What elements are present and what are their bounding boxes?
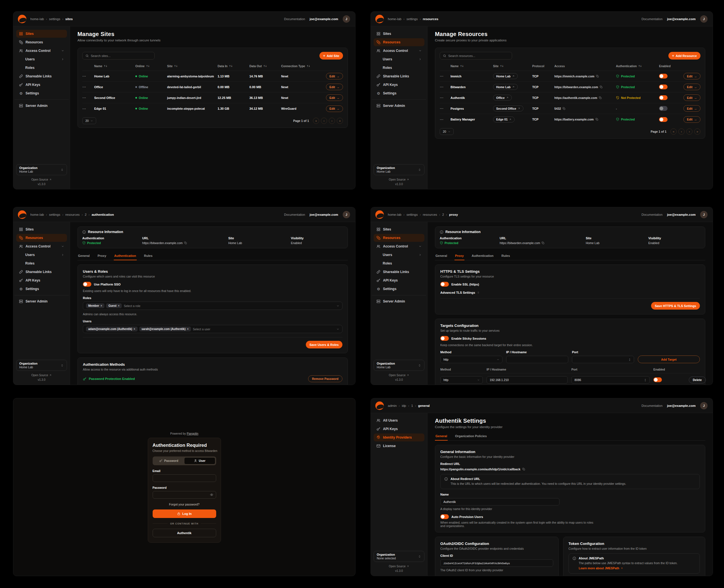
- copy-icon[interactable]: [542, 241, 544, 245]
- sort-icon[interactable]: ↑↓: [306, 65, 310, 67]
- method-select[interactable]: http: [440, 356, 502, 363]
- user-email[interactable]: joe@example.com: [309, 17, 338, 21]
- pangolin-logo-icon[interactable]: [375, 15, 384, 23]
- save-https-tls-button[interactable]: Save HTTPS & TLS Settings: [651, 302, 700, 310]
- advanced-tls-settings[interactable]: Advanced TLS Settings: [440, 291, 700, 294]
- sidebar-item[interactable]: Resources: [16, 38, 67, 46]
- method-select[interactable]: http: [440, 376, 483, 384]
- edit-button[interactable]: Edit→: [326, 94, 343, 101]
- tab[interactable]: General: [77, 253, 90, 260]
- client-id-input[interactable]: [440, 559, 553, 567]
- sort-icon[interactable]: ↑↓: [638, 65, 642, 67]
- row-menu-icon[interactable]: ⋯: [440, 85, 444, 89]
- row-menu-icon[interactable]: ⋯: [440, 118, 444, 122]
- row-menu-icon[interactable]: ⋯: [82, 74, 86, 78]
- open-source-link[interactable]: Open Source: [389, 565, 409, 568]
- site-link[interactable]: Second Office: [493, 105, 523, 111]
- sidebar-item[interactable]: Sites: [374, 225, 424, 233]
- first-page-button[interactable]: «: [313, 118, 319, 124]
- search-input[interactable]: [440, 52, 512, 60]
- user-avatar[interactable]: J: [700, 402, 707, 410]
- tab[interactable]: Proxy: [455, 253, 464, 260]
- sidebar-item[interactable]: Resources: [374, 38, 424, 46]
- user-avatar[interactable]: J: [700, 211, 707, 218]
- row-menu-icon[interactable]: ⋯: [440, 96, 444, 100]
- users-select[interactable]: adam@example.com (Authentik)×sarah@examp…: [83, 325, 342, 333]
- breadcrumb-item[interactable]: home-lab: [388, 213, 406, 216]
- pangolin-logo-icon[interactable]: [375, 401, 384, 410]
- login-button[interactable]: Log In: [153, 509, 216, 518]
- breadcrumb-item[interactable]: 1: [411, 404, 418, 407]
- pangolin-logo-icon[interactable]: [18, 210, 26, 219]
- row-menu-icon[interactable]: ⋯: [440, 106, 444, 110]
- tab[interactable]: Authentication: [114, 253, 137, 260]
- breadcrumb-item[interactable]: home-lab: [388, 17, 406, 21]
- sidebar-item[interactable]: Roles: [16, 259, 67, 267]
- enabled-toggle[interactable]: [659, 74, 667, 79]
- sidebar-item[interactable]: Access Control: [16, 243, 67, 250]
- open-source-link[interactable]: Open Source: [32, 374, 52, 377]
- edit-button[interactable]: Edit→: [326, 73, 343, 79]
- sort-icon[interactable]: ↑↓: [460, 65, 464, 67]
- tab[interactable]: Rules: [144, 253, 153, 260]
- organization-selector[interactable]: OrganizationHome Lab: [16, 360, 67, 371]
- copy-icon[interactable]: [600, 86, 603, 88]
- roles-select[interactable]: Member×Guest× Select a role: [83, 302, 342, 310]
- remove-password-button[interactable]: Remove Password: [308, 375, 342, 382]
- role-chip[interactable]: Member×: [86, 303, 104, 308]
- documentation-link[interactable]: Documentation: [641, 404, 662, 407]
- sidebar-item[interactable]: API Keys: [374, 276, 424, 285]
- open-source-link[interactable]: Open Source: [32, 178, 52, 181]
- sidebar-item[interactable]: Roles: [16, 64, 67, 72]
- sidebar-item[interactable]: API Keys: [16, 276, 67, 285]
- next-page-button[interactable]: ›: [686, 128, 692, 135]
- enabled-toggle[interactable]: [659, 106, 667, 111]
- documentation-link[interactable]: Documentation: [284, 17, 305, 21]
- row-menu-icon[interactable]: ⋯: [82, 85, 86, 89]
- sidebar-item[interactable]: Sites: [16, 225, 67, 233]
- site-link[interactable]: Home Lab: [493, 84, 518, 90]
- page-size-select[interactable]: 20: [82, 118, 96, 124]
- edit-button[interactable]: Edit→: [683, 94, 701, 101]
- sidebar-item[interactable]: Users: [374, 251, 424, 259]
- sidebar-item[interactable]: ⚙ Settings: [16, 285, 67, 293]
- edit-button[interactable]: Edit→: [326, 105, 343, 112]
- jmespath-docs-link[interactable]: Learn more about JMESPath: [579, 566, 623, 570]
- port-input[interactable]: ∧∨: [572, 356, 634, 363]
- add-site-button[interactable]: +Add Site: [319, 52, 343, 60]
- sort-icon[interactable]: ↑↓: [146, 65, 149, 67]
- row-menu-icon[interactable]: ⋯: [82, 107, 86, 111]
- sticky-sessions-toggle[interactable]: [440, 336, 449, 341]
- page-size-select[interactable]: 20: [440, 128, 454, 135]
- edit-button[interactable]: Edit→: [683, 105, 701, 112]
- breadcrumb-item[interactable]: home-lab: [31, 17, 49, 21]
- organization-selector[interactable]: OrganizationHome Lab: [374, 360, 424, 371]
- pangolin-logo-icon[interactable]: [375, 210, 384, 219]
- edit-button[interactable]: Edit→: [683, 73, 701, 79]
- stepper-icon[interactable]: ∧∨: [644, 379, 647, 381]
- remove-chip-icon[interactable]: ×: [118, 304, 120, 307]
- sidebar-item[interactable]: Roles: [374, 64, 424, 72]
- tab[interactable]: Proxy: [97, 253, 107, 260]
- user-avatar[interactable]: J: [343, 15, 350, 23]
- sidebar-item[interactable]: Server Admin: [374, 102, 424, 110]
- last-page-button[interactable]: »: [337, 118, 343, 124]
- sidebar-item[interactable]: ⚙ Settings: [374, 285, 424, 293]
- remove-chip-icon[interactable]: ×: [100, 304, 102, 307]
- copy-icon[interactable]: [596, 75, 599, 78]
- breadcrumb-item[interactable]: settings: [406, 17, 423, 21]
- sidebar-item[interactable]: ⚙ Settings: [374, 89, 424, 97]
- breadcrumb-item[interactable]: home-lab: [31, 213, 49, 216]
- name-input[interactable]: [440, 498, 560, 505]
- search-input[interactable]: [82, 52, 155, 60]
- user-email[interactable]: joe@example.com: [309, 213, 338, 216]
- sidebar-item[interactable]: Server Admin: [16, 102, 67, 110]
- sidebar-item[interactable]: All Users: [374, 417, 424, 424]
- user-avatar[interactable]: J: [343, 211, 350, 218]
- remove-chip-icon[interactable]: ×: [134, 328, 135, 331]
- forgot-password-link[interactable]: Forgot your password?: [153, 503, 216, 506]
- sidebar-item[interactable]: Server Admin: [374, 297, 424, 305]
- breadcrumb-item[interactable]: admin: [388, 404, 402, 407]
- sidebar-item[interactable]: Resources: [374, 234, 424, 242]
- sidebar-item[interactable]: Access Control: [374, 243, 424, 250]
